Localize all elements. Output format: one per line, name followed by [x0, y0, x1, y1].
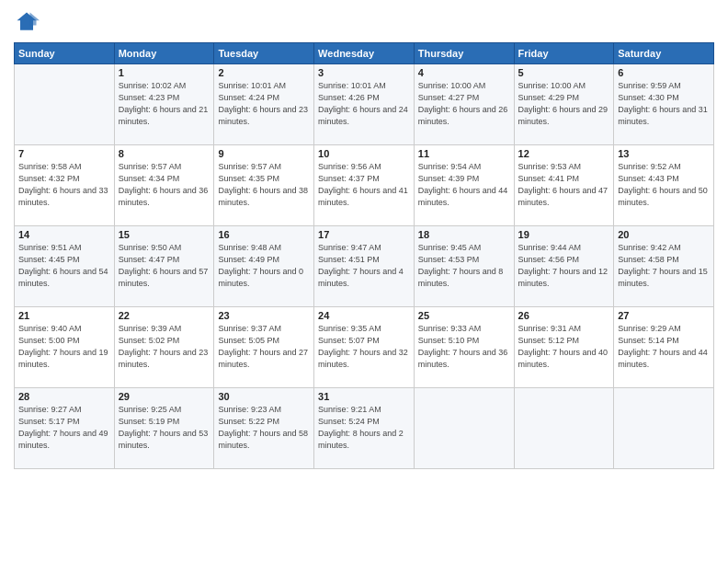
page: SundayMondayTuesdayWednesdayThursdayFrid… — [0, 0, 728, 563]
day-cell — [514, 388, 614, 469]
day-info: Sunrise: 9:51 AMSunset: 4:45 PMDaylight:… — [18, 242, 110, 290]
header-row: SundayMondayTuesdayWednesdayThursdayFrid… — [15, 43, 714, 64]
day-cell: 29Sunrise: 9:25 AMSunset: 5:19 PMDayligh… — [114, 388, 214, 469]
day-info: Sunrise: 9:35 AMSunset: 5:07 PMDaylight:… — [318, 323, 410, 371]
day-number: 2 — [218, 67, 310, 78]
day-info: Sunrise: 9:31 AMSunset: 5:12 PMDaylight:… — [518, 323, 610, 371]
day-number: 21 — [18, 310, 110, 321]
day-cell — [614, 388, 714, 469]
day-cell: 18Sunrise: 9:45 AMSunset: 4:53 PMDayligh… — [414, 226, 514, 307]
day-number: 26 — [518, 310, 610, 321]
day-cell: 24Sunrise: 9:35 AMSunset: 5:07 PMDayligh… — [314, 307, 415, 388]
day-cell: 30Sunrise: 9:23 AMSunset: 5:22 PMDayligh… — [214, 388, 314, 469]
logo-icon — [14, 9, 40, 35]
day-cell: 25Sunrise: 9:33 AMSunset: 5:10 PMDayligh… — [414, 307, 514, 388]
week-row: 7Sunrise: 9:58 AMSunset: 4:32 PMDaylight… — [15, 145, 714, 226]
day-number: 7 — [18, 148, 110, 159]
day-number: 13 — [618, 148, 710, 159]
day-header: Wednesday — [314, 43, 415, 64]
day-cell: 19Sunrise: 9:44 AMSunset: 4:56 PMDayligh… — [514, 226, 614, 307]
day-info: Sunrise: 9:56 AMSunset: 4:37 PMDaylight:… — [318, 161, 410, 209]
day-info: Sunrise: 9:40 AMSunset: 5:00 PMDaylight:… — [18, 323, 110, 371]
day-cell: 10Sunrise: 9:56 AMSunset: 4:37 PMDayligh… — [314, 145, 415, 226]
day-info: Sunrise: 9:57 AMSunset: 4:34 PMDaylight:… — [119, 161, 210, 209]
day-info: Sunrise: 9:29 AMSunset: 5:14 PMDaylight:… — [618, 323, 710, 371]
day-cell — [15, 64, 115, 145]
day-info: Sunrise: 10:01 AMSunset: 4:24 PMDaylight… — [218, 80, 310, 128]
day-info: Sunrise: 9:58 AMSunset: 4:32 PMDaylight:… — [18, 161, 110, 209]
day-number: 9 — [218, 148, 310, 159]
day-info: Sunrise: 9:23 AMSunset: 5:22 PMDaylight:… — [218, 404, 310, 452]
day-cell: 1Sunrise: 10:02 AMSunset: 4:23 PMDayligh… — [114, 64, 214, 145]
day-number: 3 — [318, 67, 410, 78]
day-cell: 17Sunrise: 9:47 AMSunset: 4:51 PMDayligh… — [314, 226, 415, 307]
day-number: 22 — [119, 310, 210, 321]
day-number: 17 — [318, 229, 410, 240]
day-header: Tuesday — [214, 43, 314, 64]
day-number: 30 — [218, 391, 310, 402]
day-cell — [414, 388, 514, 469]
calendar-table: SundayMondayTuesdayWednesdayThursdayFrid… — [14, 42, 714, 469]
day-cell: 28Sunrise: 9:27 AMSunset: 5:17 PMDayligh… — [15, 388, 115, 469]
day-info: Sunrise: 9:37 AMSunset: 5:05 PMDaylight:… — [218, 323, 310, 371]
day-info: Sunrise: 9:39 AMSunset: 5:02 PMDaylight:… — [119, 323, 210, 371]
day-info: Sunrise: 9:33 AMSunset: 5:10 PMDaylight:… — [418, 323, 510, 371]
day-info: Sunrise: 9:57 AMSunset: 4:35 PMDaylight:… — [218, 161, 310, 209]
day-info: Sunrise: 9:47 AMSunset: 4:51 PMDaylight:… — [318, 242, 410, 290]
day-header: Friday — [514, 43, 614, 64]
day-info: Sunrise: 10:02 AMSunset: 4:23 PMDaylight… — [119, 80, 210, 128]
day-number: 29 — [119, 391, 210, 402]
day-number: 11 — [418, 148, 510, 159]
day-number: 5 — [518, 67, 610, 78]
day-cell: 26Sunrise: 9:31 AMSunset: 5:12 PMDayligh… — [514, 307, 614, 388]
day-cell: 15Sunrise: 9:50 AMSunset: 4:47 PMDayligh… — [114, 226, 214, 307]
day-number: 27 — [618, 310, 710, 321]
day-number: 4 — [418, 67, 510, 78]
day-info: Sunrise: 9:44 AMSunset: 4:56 PMDaylight:… — [518, 242, 610, 290]
day-info: Sunrise: 9:21 AMSunset: 5:24 PMDaylight:… — [318, 404, 410, 452]
day-cell: 6Sunrise: 9:59 AMSunset: 4:30 PMDaylight… — [614, 64, 714, 145]
day-info: Sunrise: 10:01 AMSunset: 4:26 PMDaylight… — [318, 80, 410, 128]
day-info: Sunrise: 9:25 AMSunset: 5:19 PMDaylight:… — [119, 404, 210, 452]
day-info: Sunrise: 9:54 AMSunset: 4:39 PMDaylight:… — [418, 161, 510, 209]
day-info: Sunrise: 9:50 AMSunset: 4:47 PMDaylight:… — [119, 242, 210, 290]
day-cell: 2Sunrise: 10:01 AMSunset: 4:24 PMDayligh… — [214, 64, 314, 145]
day-cell: 3Sunrise: 10:01 AMSunset: 4:26 PMDayligh… — [314, 64, 415, 145]
day-cell: 31Sunrise: 9:21 AMSunset: 5:24 PMDayligh… — [314, 388, 415, 469]
day-number: 20 — [618, 229, 710, 240]
day-cell: 4Sunrise: 10:00 AMSunset: 4:27 PMDayligh… — [414, 64, 514, 145]
day-cell: 13Sunrise: 9:52 AMSunset: 4:43 PMDayligh… — [614, 145, 714, 226]
day-number: 28 — [18, 391, 110, 402]
day-cell: 21Sunrise: 9:40 AMSunset: 5:00 PMDayligh… — [15, 307, 115, 388]
day-info: Sunrise: 9:59 AMSunset: 4:30 PMDaylight:… — [618, 80, 710, 128]
day-header: Thursday — [414, 43, 514, 64]
week-row: 28Sunrise: 9:27 AMSunset: 5:17 PMDayligh… — [15, 388, 714, 469]
svg-marker-1 — [30, 13, 40, 26]
day-number: 1 — [119, 67, 210, 78]
day-number: 23 — [218, 310, 310, 321]
day-number: 31 — [318, 391, 410, 402]
header — [14, 9, 714, 35]
day-info: Sunrise: 9:45 AMSunset: 4:53 PMDaylight:… — [418, 242, 510, 290]
day-cell: 20Sunrise: 9:42 AMSunset: 4:58 PMDayligh… — [614, 226, 714, 307]
day-number: 18 — [418, 229, 510, 240]
day-cell: 14Sunrise: 9:51 AMSunset: 4:45 PMDayligh… — [15, 226, 115, 307]
day-info: Sunrise: 9:53 AMSunset: 4:41 PMDaylight:… — [518, 161, 610, 209]
day-cell: 8Sunrise: 9:57 AMSunset: 4:34 PMDaylight… — [114, 145, 214, 226]
day-info: Sunrise: 9:52 AMSunset: 4:43 PMDaylight:… — [618, 161, 710, 209]
day-number: 15 — [119, 229, 210, 240]
day-cell: 27Sunrise: 9:29 AMSunset: 5:14 PMDayligh… — [614, 307, 714, 388]
day-cell: 5Sunrise: 10:00 AMSunset: 4:29 PMDayligh… — [514, 64, 614, 145]
week-row: 21Sunrise: 9:40 AMSunset: 5:00 PMDayligh… — [15, 307, 714, 388]
day-info: Sunrise: 9:48 AMSunset: 4:49 PMDaylight:… — [218, 242, 310, 290]
day-number: 24 — [318, 310, 410, 321]
day-cell: 7Sunrise: 9:58 AMSunset: 4:32 PMDaylight… — [15, 145, 115, 226]
day-number: 12 — [518, 148, 610, 159]
day-cell: 22Sunrise: 9:39 AMSunset: 5:02 PMDayligh… — [114, 307, 214, 388]
day-header: Saturday — [614, 43, 714, 64]
day-number: 10 — [318, 148, 410, 159]
day-info: Sunrise: 9:27 AMSunset: 5:17 PMDaylight:… — [18, 404, 110, 452]
day-header: Sunday — [15, 43, 115, 64]
day-cell: 9Sunrise: 9:57 AMSunset: 4:35 PMDaylight… — [214, 145, 314, 226]
day-header: Monday — [114, 43, 214, 64]
